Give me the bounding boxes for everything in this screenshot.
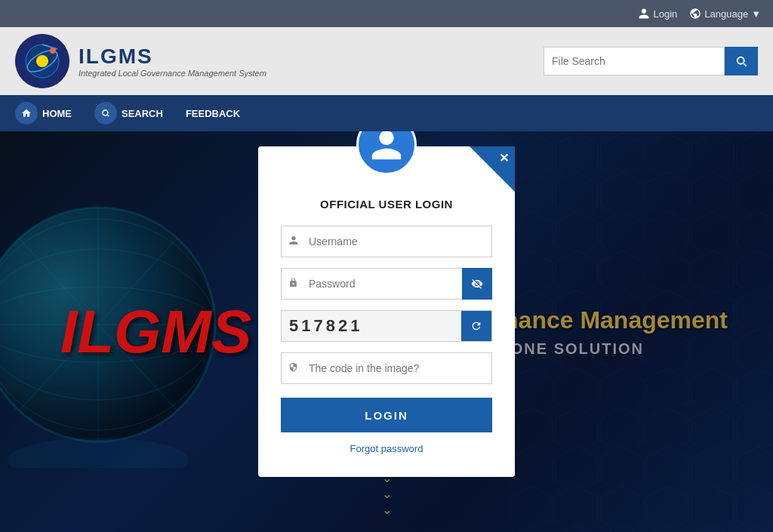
login-button[interactable]: LOGIN [281,398,492,432]
hero-ilgms-text: ILGMS [60,297,251,367]
logo-subtitle: Integrated Local Governance Management S… [79,69,266,78]
user-field-icon [288,235,299,248]
close-button[interactable]: ✕ [499,151,509,165]
modal-title: OFFICIAL USER LOGIN [281,198,492,211]
search-nav-circle [94,102,117,125]
account-icon [638,8,650,20]
search-nav-icon [100,108,111,118]
file-search-input[interactable] [544,47,725,75]
logo-svg [15,34,69,88]
language-selector[interactable]: Language ▼ [689,8,761,20]
eye-slash-icon [471,278,483,290]
navbar: HOME SEARCH FEEDBACK [0,95,773,131]
shield-field-icon [288,362,298,375]
nav-home-label: HOME [42,108,72,119]
logo-image [15,34,69,88]
home-icon [21,108,32,118]
captcha-input[interactable] [281,352,492,384]
svg-point-3 [36,55,48,67]
password-input[interactable] [281,268,492,300]
lock-icon [288,278,298,288]
header: ILGMS Integrated Local Governance Manage… [0,27,773,95]
shield-icon [288,362,298,373]
svg-point-6 [103,110,108,115]
user-avatar-icon [368,131,405,163]
password-group [281,268,492,300]
captcha-display-group: 517821 [281,310,492,342]
logo-area: ILGMS Integrated Local Governance Manage… [15,34,266,88]
search-icon [735,54,748,68]
logo-title: ILGMS [79,45,266,69]
login-link[interactable]: Login [638,8,677,20]
nav-item-feedback[interactable]: FEEDBACK [186,108,240,119]
username-group [281,226,492,257]
person-icon [288,235,299,246]
nav-item-home[interactable]: HOME [15,102,72,125]
captcha-display: 517821 [281,310,492,342]
logo-text-area: ILGMS Integrated Local Governance Manage… [79,45,266,78]
lock-field-icon [288,278,298,291]
username-input[interactable] [281,226,492,257]
home-nav-circle [15,102,38,125]
nav-search-label: SEARCH [122,108,163,119]
search-button[interactable] [725,47,758,75]
hero-section: ILGMS Local Governance Management ALL IN… [0,131,773,532]
captcha-refresh-button[interactable] [461,311,491,341]
modal-avatar [356,131,417,175]
forgot-password-link[interactable]: Forgot password [281,443,492,454]
search-area [544,47,758,75]
captcha-input-group [281,352,492,384]
nav-item-search[interactable]: SEARCH [94,102,163,125]
toggle-password-button[interactable] [462,268,492,300]
refresh-icon [470,320,482,332]
top-bar: Login Language ▼ [0,0,773,27]
language-icon [689,8,701,20]
nav-feedback-label: FEEDBACK [186,108,240,119]
login-modal: ✕ OFFICIAL USER LOGIN [258,146,515,477]
